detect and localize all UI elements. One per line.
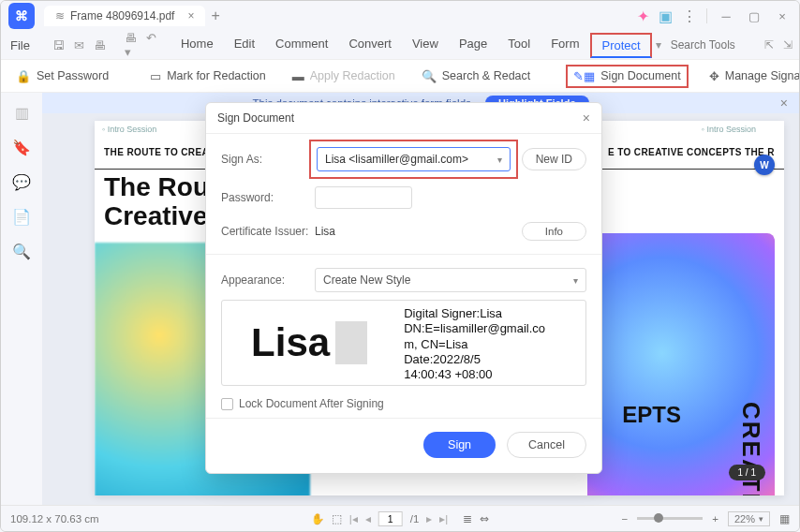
signature-icon: ✎▦ — [573, 69, 595, 83]
open-external-icon[interactable]: ⇱ — [764, 38, 774, 52]
search-panel-icon[interactable]: 🔍 — [12, 243, 31, 260]
search-icon: 🔍 — [422, 69, 437, 83]
menu-tool[interactable]: Tool — [498, 33, 540, 58]
page-indicator-badge: 1 / 1 — [729, 465, 765, 480]
undo-icon[interactable]: ↶ — [146, 31, 156, 59]
redact-apply-icon: ▬ — [292, 69, 304, 83]
mark-redaction-button[interactable]: ▭Mark for Redaction — [144, 66, 272, 87]
app-logo: ⌘ — [8, 3, 35, 29]
tab-chevrons-icon: ≋ — [55, 9, 65, 22]
reflow-icon[interactable]: ≣ — [463, 512, 472, 525]
sign-as-value: Lisa <lisamiller@gmail.com> — [325, 153, 468, 166]
sparkle-icon[interactable]: ✦ — [637, 7, 649, 25]
sign-document-button[interactable]: ✎▦Sign Document — [566, 65, 688, 88]
share-icon[interactable]: ⇲ — [783, 38, 793, 52]
sign-document-dialog: Sign Document × Sign As: Lisa <lisamille… — [205, 102, 602, 474]
thumbnails-icon[interactable]: ▥ — [15, 104, 29, 122]
redact-mark-icon: ▭ — [150, 69, 161, 83]
doc-ribbon-right: E TO CREATIVE CONCEPTS THE R — [608, 147, 775, 157]
page-number-input[interactable] — [378, 511, 403, 526]
lock-icon: 🔒 — [16, 69, 31, 83]
mail-icon[interactable]: ✉ — [74, 38, 84, 52]
menu-file[interactable]: File — [10, 38, 30, 52]
set-password-button[interactable]: 🔒Set Password — [10, 66, 114, 87]
search-tools-input[interactable] — [671, 38, 755, 52]
menu-home[interactable]: Home — [171, 33, 223, 58]
close-tab-icon[interactable]: × — [187, 9, 194, 22]
attachment-icon[interactable]: 📄 — [12, 208, 31, 226]
banner-close-icon[interactable]: × — [780, 96, 788, 111]
close-window-button[interactable]: × — [773, 9, 792, 23]
maximize-button[interactable]: ▢ — [745, 9, 763, 23]
dialog-title: Sign Document — [217, 111, 294, 125]
sign-as-select[interactable]: Lisa <lisamiller@gmail.com> ▾ — [317, 147, 511, 171]
zoom-out-icon[interactable]: − — [622, 513, 629, 525]
main-menu: Home Edit Comment Convert View Page Tool… — [171, 33, 652, 58]
menu-convert[interactable]: Convert — [339, 33, 401, 58]
info-button[interactable]: Info — [522, 222, 586, 241]
zoom-value-select[interactable]: 22%▾ — [728, 511, 770, 526]
search-redact-button[interactable]: 🔍Search & Redact — [416, 66, 537, 87]
lock-document-checkbox[interactable] — [221, 398, 233, 410]
hand-tool-icon[interactable]: ✋ — [311, 512, 324, 525]
tab-title: Frame 48096914.pdf — [70, 9, 174, 22]
menu-protect[interactable]: Protect — [590, 33, 651, 58]
manage-sign-icon: ✥ — [709, 69, 719, 83]
issuer-value: Lisa — [315, 225, 335, 238]
password-input[interactable] — [315, 186, 412, 209]
password-label: Password: — [221, 191, 315, 204]
next-page-icon[interactable]: ▸ — [426, 512, 432, 525]
signature-graphic-block — [335, 321, 367, 364]
menu-comment[interactable]: Comment — [266, 33, 337, 58]
text-creative-vertical: CREATIVE — [736, 402, 765, 495]
dimensions-readout: 109.12 x 70.63 cm — [10, 513, 99, 525]
appearance-label: Appearance: — [221, 273, 315, 287]
new-tab-button[interactable]: + — [211, 7, 219, 24]
intro-label-left: ◦ Intro Session — [102, 125, 156, 134]
print-icon[interactable]: 🖶 ▾ — [125, 31, 137, 59]
lock-document-label: Lock Document After Signing — [239, 397, 384, 410]
statusbar: 109.12 x 70.63 cm ✋ ⬚ |◂ ◂ /1 ▸ ▸| ≣ ⇔ −… — [1, 505, 799, 531]
minimize-button[interactable]: ─ — [717, 9, 735, 23]
fit-width-icon[interactable]: ⇔ — [480, 512, 489, 525]
kebab-menu-icon[interactable]: ⋮ — [682, 7, 697, 25]
sign-button[interactable]: Sign — [423, 432, 496, 458]
appearance-value: Create New Style — [323, 273, 410, 287]
titlebar: ⌘ ≋ Frame 48096914.pdf × + ✦ ▣ ⋮ ─ ▢ × — [1, 1, 799, 31]
select-tool-icon[interactable]: ⬚ — [332, 512, 342, 525]
cancel-button[interactable]: Cancel — [507, 432, 586, 458]
fit-page-icon[interactable]: ▦ — [779, 512, 790, 525]
document-tab[interactable]: ≋ Frame 48096914.pdf × — [44, 6, 205, 26]
zoom-in-icon[interactable]: + — [712, 513, 719, 525]
bookmark-icon[interactable]: 🔖 — [12, 139, 31, 156]
last-page-icon[interactable]: ▸| — [439, 512, 448, 525]
menubar: File 🖫 ✉ 🖶 🖶 ▾ ↶ Home Edit Comment Conve… — [1, 31, 799, 59]
new-id-button[interactable]: New ID — [522, 148, 586, 170]
menu-view[interactable]: View — [403, 33, 448, 58]
signature-preview: Lisa Digital Signer:Lisa DN:E=lisamiller… — [221, 300, 586, 386]
chevron-down-icon: ▾ — [573, 275, 578, 286]
save-icon[interactable]: 🖫 — [52, 38, 65, 52]
menu-edit[interactable]: Edit — [225, 33, 264, 58]
chevron-down-icon: ▾ — [497, 155, 502, 165]
menu-page[interactable]: Page — [450, 33, 496, 58]
search-chevron-icon[interactable]: ▾ — [656, 38, 661, 52]
dialog-close-icon[interactable]: × — [583, 111, 590, 126]
intro-label-right: ◦ Intro Session — [702, 125, 756, 134]
apply-redaction-button: ▬Apply Redaction — [287, 66, 401, 87]
zoom-slider[interactable] — [637, 517, 703, 520]
issuer-label: Certificate Issuer: — [221, 225, 315, 238]
left-sidebar: ▥ 🔖 💬 📄 🔍 — [1, 93, 42, 505]
prev-page-icon[interactable]: ◂ — [365, 512, 371, 525]
menu-form[interactable]: Form — [541, 33, 588, 58]
cube-icon[interactable]: ▣ — [659, 7, 673, 25]
appearance-select[interactable]: Create New Style ▾ — [315, 268, 586, 292]
manage-signatures-button[interactable]: ✥Manage Signatures▾ — [704, 66, 800, 87]
word-round-badge[interactable]: W — [754, 155, 775, 175]
text-epts: EPTS — [622, 402, 681, 428]
sign-as-label: Sign As: — [221, 153, 315, 166]
comment-panel-icon[interactable]: 💬 — [12, 173, 31, 191]
signature-name: Lisa — [251, 323, 330, 362]
print-dropdown-icon[interactable]: 🖶 — [94, 38, 106, 52]
first-page-icon[interactable]: |◂ — [349, 512, 358, 525]
